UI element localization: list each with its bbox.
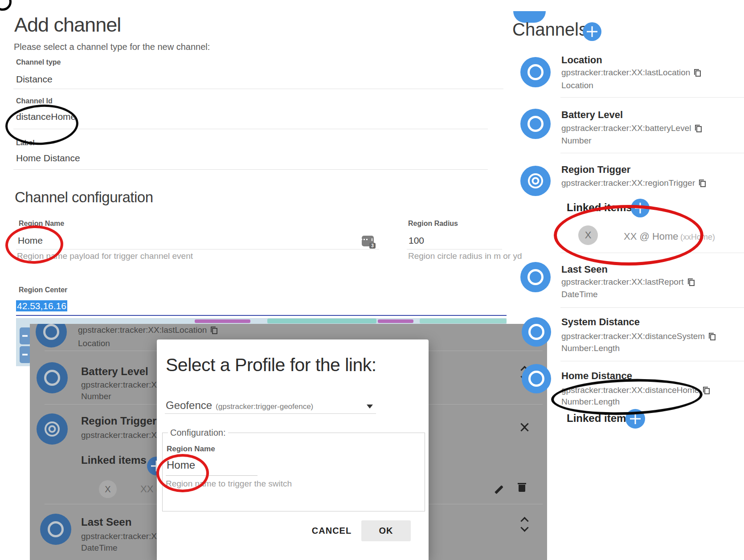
- region-name-underline: [16, 249, 379, 249]
- region-center-input[interactable]: 42.53,16.16: [16, 301, 67, 311]
- channel-uid: gpstracker:tracker:XX:distanceHome: [561, 385, 710, 395]
- paper-ui-page: Add channel Please select a channel type…: [0, 0, 744, 560]
- battery-channel-uid: gpstracker:tracker:X: [81, 380, 157, 390]
- channel-title[interactable]: Battery Level: [561, 109, 623, 121]
- last-seen-uid: gpstracker:tracker:X: [81, 531, 157, 541]
- last-seen-title: Last Seen: [81, 516, 131, 528]
- channel-title[interactable]: Location: [561, 54, 602, 66]
- corner-annotation-arc: [0, 0, 12, 11]
- divider: [560, 307, 744, 308]
- dropdown-arrow-icon[interactable]: [367, 405, 373, 409]
- channel-type: DateTime: [561, 290, 598, 299]
- channel-uid: gpstracker:tracker:XX:batteryLevel: [561, 123, 702, 133]
- channel-config-title: Channel configuration: [15, 189, 153, 206]
- last-seen-channel-icon: [520, 262, 551, 292]
- autofill-badge: 3: [369, 243, 376, 249]
- channel-type-label: Channel type: [16, 58, 61, 66]
- channel-type: Location: [561, 81, 593, 90]
- profile-select-underline: [165, 413, 376, 414]
- divider: [560, 97, 744, 98]
- unfold-more-icon[interactable]: [522, 518, 527, 531]
- channel-id-input[interactable]: distanceHome: [16, 111, 76, 122]
- linked-item-text: XX @ Home: [624, 231, 679, 242]
- region-radius-label: Region Radius: [408, 220, 458, 228]
- ok-button[interactable]: OK: [361, 520, 411, 541]
- linked-items-label: Linked items: [567, 412, 632, 425]
- profile-select[interactable]: Geofence (gpstracker:trigger-geofence): [166, 399, 313, 412]
- linked-item[interactable]: XX @ Home (xxHome): [624, 231, 715, 242]
- autofill-extension-icon[interactable]: 3: [362, 236, 374, 246]
- map-label-fragment: [195, 319, 250, 323]
- unfold-less-icon[interactable]: [522, 421, 527, 433]
- channel-type: Number:Length: [561, 343, 620, 353]
- add-link-button[interactable]: [631, 199, 650, 217]
- configuration-fieldset: Configuration:: [162, 428, 425, 511]
- fieldset-legend: Configuration:: [168, 428, 228, 438]
- label-underline: [13, 169, 488, 170]
- copy-icon[interactable]: [211, 327, 217, 334]
- dialog-title: Select a Profile for the link:: [166, 355, 376, 376]
- add-channel-button[interactable]: [583, 22, 601, 41]
- channel-id-underline: [13, 129, 488, 129]
- channel-uid: gpstracker:tracker:XX:regionTrigger: [561, 178, 706, 188]
- divider: [560, 153, 744, 153]
- trigger-dot-icon: [49, 425, 56, 433]
- region-radius-input[interactable]: 100: [409, 235, 424, 246]
- region-trigger-channel-icon: [520, 166, 551, 196]
- region-radius-help: Region circle radius in m or yd: [408, 251, 522, 261]
- channel-title[interactable]: Region Trigger: [561, 164, 630, 176]
- channel-type-select[interactable]: Distance: [16, 74, 53, 85]
- channels-panel-title: Channels: [512, 20, 588, 40]
- copy-icon[interactable]: [694, 69, 701, 77]
- dialog-region-name-input[interactable]: Home: [167, 459, 195, 471]
- copy-icon[interactable]: [695, 125, 702, 132]
- channel-type: Number: [561, 136, 592, 146]
- copy-icon[interactable]: [709, 333, 715, 340]
- divider: [560, 253, 744, 253]
- linked-items-label: Linked items: [567, 201, 632, 214]
- channel-title[interactable]: Home Distance: [561, 370, 632, 382]
- channel-ring-icon: [44, 370, 60, 386]
- location-channel-uid: gpstracker:tracker:XX:lastLocation: [78, 325, 217, 335]
- location-channel-icon: [36, 324, 67, 347]
- profile-uid: (gpstracker:trigger-geofence): [216, 402, 313, 411]
- channel-type: Number:Length: [561, 397, 620, 407]
- region-trigger-channel-icon: [37, 413, 68, 445]
- channel-title[interactable]: Last Seen: [561, 264, 608, 275]
- system-distance-channel-icon: [522, 317, 551, 347]
- map-water-fragment: [267, 319, 376, 323]
- linked-item-suffix: (xxHome): [680, 233, 715, 241]
- dialog-region-name-label: Region Name: [167, 445, 215, 454]
- battery-channel-type: Number: [81, 392, 111, 401]
- region-center-underline-focused: [16, 315, 507, 316]
- dialog-region-name-underline: [166, 475, 258, 476]
- delete-link-icon[interactable]: [516, 483, 527, 494]
- page-subtitle: Please select a channel type for the new…: [14, 42, 210, 52]
- copy-icon[interactable]: [703, 387, 710, 394]
- add-link-button[interactable]: [625, 409, 645, 429]
- profile-dialog: Select a Profile for the link: Geofence …: [157, 339, 429, 560]
- region-name-help: Region name payload for trigger channel …: [17, 251, 193, 261]
- page-title: Add channel: [14, 13, 121, 37]
- channel-id-label: Channel Id: [16, 97, 53, 105]
- channel-type-underline: [13, 89, 503, 89]
- label-input[interactable]: Home Distance: [16, 153, 80, 164]
- region-name-input[interactable]: Home: [18, 235, 43, 246]
- copy-icon[interactable]: [699, 180, 706, 187]
- region-name-label: Region Name: [19, 220, 64, 228]
- linked-items-label: Linked items: [81, 454, 147, 466]
- copy-icon[interactable]: [688, 278, 695, 286]
- selected-text: 42.53,16.16: [16, 300, 67, 311]
- channel-ring-icon: [48, 521, 64, 537]
- last-seen-channel-icon: [40, 514, 71, 545]
- edit-link-icon[interactable]: [494, 484, 505, 495]
- channel-uid: gpstracker:tracker:XX:lastReport: [561, 277, 695, 287]
- cancel-button[interactable]: CANCEL: [308, 521, 355, 540]
- linked-item-avatar: X: [578, 225, 598, 245]
- battery-channel-title: Battery Level: [81, 365, 148, 378]
- channel-uid: gpstracker:tracker:XX:lastLocation: [561, 68, 701, 78]
- channel-ring-icon: [43, 324, 59, 340]
- home-distance-channel-icon: [522, 364, 551, 393]
- dialog-region-name-help: Region name to trigger the switch: [166, 479, 292, 489]
- channel-title[interactable]: System Distance: [561, 316, 640, 328]
